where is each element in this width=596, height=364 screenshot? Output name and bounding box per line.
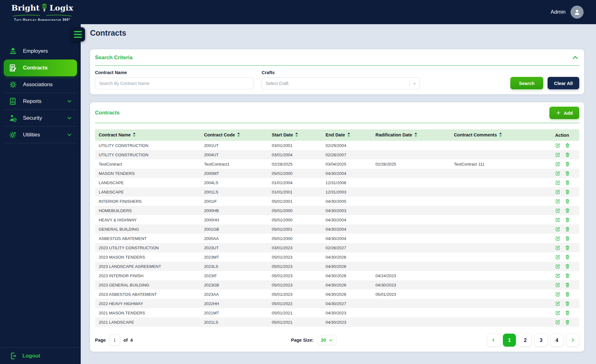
cell-contract-comments <box>451 290 553 299</box>
edit-button[interactable] <box>555 273 561 278</box>
cell-radification-date <box>373 308 451 317</box>
delete-button[interactable] <box>565 226 570 232</box>
crafts-select[interactable]: Select Craft <box>262 78 420 89</box>
delete-button[interactable] <box>565 245 570 251</box>
edit-button[interactable] <box>555 198 561 204</box>
delete-button[interactable] <box>565 143 570 148</box>
contract-name-input[interactable] <box>95 78 254 89</box>
edit-button[interactable] <box>555 291 561 297</box>
hamburger-menu-button[interactable] <box>71 27 85 42</box>
cell-end-date: 04/30/2004 <box>323 234 373 243</box>
sidebar-item-label: Security <box>23 115 42 121</box>
edit-button[interactable] <box>555 189 561 195</box>
add-button[interactable]: Add <box>549 107 579 119</box>
table-row: TestContractTestContract102/28/202503/04… <box>95 159 579 169</box>
edit-icon <box>555 236 561 241</box>
edit-button[interactable] <box>555 245 561 251</box>
column-header-contract-code[interactable]: Contract Code <box>201 129 269 141</box>
cell-contract-code: 2004UT <box>201 150 269 159</box>
delete-button[interactable] <box>565 198 570 204</box>
current-page-input[interactable] <box>109 335 120 346</box>
user-menu[interactable]: Admin <box>551 6 584 19</box>
cell-radification-date <box>373 224 451 234</box>
edit-button[interactable] <box>555 143 561 148</box>
table-row: UTILITY CONSTRUCTION2004UT03/01/200402/2… <box>95 150 579 159</box>
page-button-4[interactable]: 4 <box>550 334 563 347</box>
edit-icon <box>555 226 561 232</box>
edit-button[interactable] <box>555 264 561 269</box>
edit-icon <box>555 161 561 167</box>
page-button-1[interactable]: 1 <box>503 334 516 347</box>
delete-button[interactable] <box>565 171 570 176</box>
avatar[interactable] <box>571 6 584 19</box>
delete-button[interactable] <box>565 254 570 260</box>
edit-button[interactable] <box>555 254 561 260</box>
table-row: INTERIOR FINISHERS2001IF05/01/200104/30/… <box>95 197 579 206</box>
cell-start-date: 05/01/2022 <box>269 299 323 308</box>
sidebar-item-employers[interactable]: Employers <box>4 43 77 60</box>
chevron-down-icon <box>67 132 72 137</box>
cell-end-date: 04/30/2026 <box>323 271 373 280</box>
clear-all-button[interactable]: Clear All <box>548 77 579 89</box>
column-header-end-date[interactable]: End Date <box>323 129 373 141</box>
page-button-2[interactable]: 2 <box>519 334 532 347</box>
delete-button[interactable] <box>565 236 570 241</box>
add-button-label: Add <box>564 110 573 116</box>
delete-button[interactable] <box>565 208 570 213</box>
column-header-contract-name[interactable]: Contract Name <box>95 129 201 141</box>
sidebar-item-utilities[interactable]: Utilities <box>4 127 77 143</box>
next-page-button[interactable] <box>566 334 579 347</box>
table-row: LANDSCAPE2001LS01/01/200112/31/2003 <box>95 187 579 197</box>
sidebar-item-contracts[interactable]: Contracts <box>4 60 77 76</box>
previous-page-button[interactable] <box>487 334 500 347</box>
column-header-contract-comments[interactable]: Contract Comments <box>451 129 553 141</box>
edit-button[interactable] <box>555 319 561 325</box>
logout-button[interactable]: Logout <box>0 347 81 364</box>
contracts-panel: Contracts Add Contract NameContract Code… <box>90 102 584 352</box>
sidebar-item-security[interactable]: Security <box>4 110 77 127</box>
delete-button[interactable] <box>565 264 570 269</box>
delete-button[interactable] <box>565 282 570 288</box>
cell-contract-code: 2021MT <box>201 308 269 317</box>
edit-button[interactable] <box>555 236 561 241</box>
cell-start-date: 05/01/2001 <box>269 197 323 206</box>
edit-button[interactable] <box>555 217 561 223</box>
column-header-radification-date[interactable]: Radification Date <box>373 129 451 141</box>
delete-button[interactable] <box>565 310 570 316</box>
select-divider <box>409 80 410 87</box>
edit-button[interactable] <box>555 180 561 185</box>
delete-button[interactable] <box>565 180 570 185</box>
delete-button[interactable] <box>565 301 570 306</box>
delete-button[interactable] <box>565 189 570 195</box>
cell-contract-code: 2023UT <box>201 243 269 252</box>
of-total-label: of 4 <box>124 338 133 343</box>
delete-button[interactable] <box>565 273 570 278</box>
column-header-start-date[interactable]: Start Date <box>269 129 323 141</box>
edit-button[interactable] <box>555 152 561 158</box>
sidebar-item-reports[interactable]: Reports <box>4 93 77 110</box>
action-cell <box>553 290 579 299</box>
edit-button[interactable] <box>555 282 561 288</box>
edit-button[interactable] <box>555 310 561 316</box>
delete-button[interactable] <box>565 319 570 325</box>
trash-icon <box>565 171 570 176</box>
cell-start-date: 05/01/2023 <box>269 280 323 290</box>
trash-icon <box>565 282 570 288</box>
delete-button[interactable] <box>565 161 570 167</box>
edit-button[interactable] <box>555 161 561 167</box>
collapse-panel-button[interactable] <box>571 54 579 62</box>
edit-button[interactable] <box>555 226 561 232</box>
page-size-select[interactable]: 20 <box>317 335 336 345</box>
cell-contract-name: GENERAL BUILDING <box>95 224 201 234</box>
brand-logo: Bright Logix Taft-Hartley Administrator … <box>11 3 73 21</box>
edit-button[interactable] <box>555 171 561 176</box>
delete-button[interactable] <box>565 291 570 297</box>
edit-button[interactable] <box>555 301 561 306</box>
search-button[interactable]: Search <box>510 77 543 89</box>
delete-button[interactable] <box>565 217 570 223</box>
sidebar-item-associations[interactable]: Associations <box>4 76 77 93</box>
page-button-3[interactable]: 3 <box>535 334 548 347</box>
delete-button[interactable] <box>565 152 570 158</box>
trash-icon <box>565 273 570 278</box>
edit-button[interactable] <box>555 208 561 213</box>
